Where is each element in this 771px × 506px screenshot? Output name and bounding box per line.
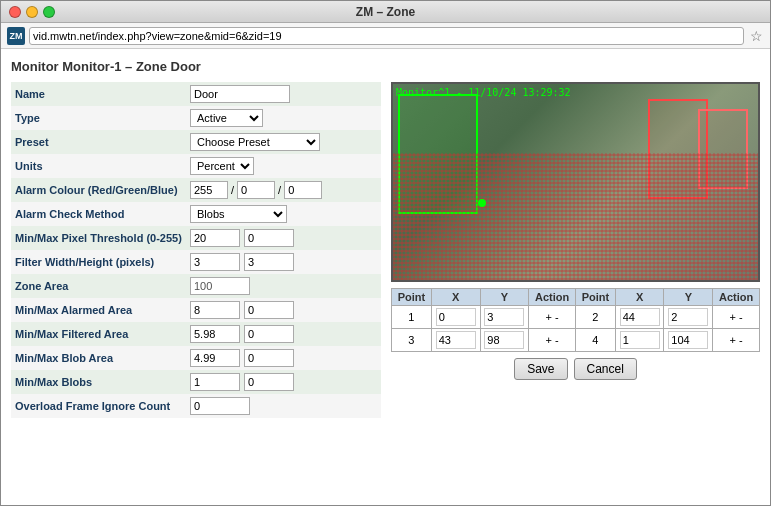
min-max-alarmed-row: Min/Max Alarmed Area (11, 298, 381, 322)
slash2: / (277, 184, 282, 196)
y4-cell (664, 329, 713, 352)
y2-cell (664, 306, 713, 329)
overload-row: Overload Frame Ignore Count (11, 394, 381, 418)
minimize-button[interactable] (26, 6, 38, 18)
units-row: Units Percent Pixels (11, 154, 381, 178)
filter-wh-row: Filter Width/Height (pixels) (11, 250, 381, 274)
app-window: ZM – Zone ZM ☆ Monitor Monitor-1 – Zone … (0, 0, 771, 506)
y2-input[interactable] (668, 308, 708, 326)
filter-wh-cell (186, 250, 381, 274)
zm-logo: ZM (7, 27, 25, 45)
save-button[interactable]: Save (514, 358, 567, 380)
min-pixel-input[interactable] (190, 229, 240, 247)
units-select[interactable]: Percent Pixels (190, 157, 254, 175)
window-controls (9, 6, 55, 18)
col-x2: X (615, 289, 664, 306)
min-max-alarmed-label: Min/Max Alarmed Area (11, 298, 186, 322)
overload-input[interactable] (190, 397, 250, 415)
colour-b-input[interactable] (284, 181, 322, 199)
maximize-button[interactable] (43, 6, 55, 18)
y3-input[interactable] (484, 331, 524, 349)
x1-cell (431, 306, 480, 329)
point1-cell: 1 (392, 306, 432, 329)
save-cancel-section: Save Cancel (391, 358, 760, 380)
min-max-pixel-cell (186, 226, 381, 250)
preset-row: Preset Choose Preset (11, 130, 381, 154)
max-blobs-input[interactable] (244, 373, 294, 391)
close-button[interactable] (9, 6, 21, 18)
min-max-pixel-row: Min/Max Pixel Threshold (0-255) (11, 226, 381, 250)
action1-cell: + - (529, 306, 576, 329)
col-action1: Action (529, 289, 576, 306)
min-blobs-input[interactable] (190, 373, 240, 391)
name-row: Name (11, 82, 381, 106)
x2-cell (615, 306, 664, 329)
type-label: Type (11, 106, 186, 130)
alarm-check-label: Alarm Check Method (11, 202, 186, 226)
add-point2[interactable]: + (729, 311, 735, 323)
x3-input[interactable] (436, 331, 476, 349)
y1-input[interactable] (484, 308, 524, 326)
cancel-button[interactable]: Cancel (574, 358, 637, 380)
add-point4[interactable]: + (729, 334, 735, 346)
type-row: Type Active Inactive Exclusive Privacy (11, 106, 381, 130)
form-section: Name Type Active Inactive Exclusive (11, 82, 381, 495)
remove-point1[interactable]: - (555, 311, 559, 323)
col-point1: Point (392, 289, 432, 306)
video-frame: Monitor^1 - 11/10/24 13:29:32 (391, 82, 760, 282)
add-point1[interactable]: + (545, 311, 551, 323)
min-max-filtered-cell (186, 322, 381, 346)
min-alarmed-input[interactable] (190, 301, 240, 319)
x2-input[interactable] (620, 308, 660, 326)
page-content: Monitor Monitor-1 – Zone Door Name Type (1, 49, 770, 505)
x1-input[interactable] (436, 308, 476, 326)
bookmark-icon[interactable]: ☆ (748, 28, 764, 44)
remove-point2[interactable]: - (739, 311, 743, 323)
pixel-inputs (190, 229, 377, 247)
x4-input[interactable] (620, 331, 660, 349)
video-background: Monitor^1 - 11/10/24 13:29:32 (393, 84, 758, 280)
name-label: Name (11, 82, 186, 106)
preset-select[interactable]: Choose Preset (190, 133, 320, 151)
alarm-check-select[interactable]: Blobs AlarmedPixels FilteredPixels (190, 205, 287, 223)
filter-inputs (190, 253, 377, 271)
remove-point3[interactable]: - (555, 334, 559, 346)
units-cell: Percent Pixels (186, 154, 381, 178)
action4-cell: + - (713, 329, 760, 352)
min-filtered-input[interactable] (190, 325, 240, 343)
name-input[interactable] (190, 85, 290, 103)
points-table-body: 1 + - 2 + (392, 306, 760, 352)
filter-w-input[interactable] (190, 253, 240, 271)
type-select[interactable]: Active Inactive Exclusive Privacy (190, 109, 263, 127)
colour-r-input[interactable] (190, 181, 228, 199)
min-blob-input[interactable] (190, 349, 240, 367)
address-input[interactable] (29, 27, 744, 45)
zone-area-input[interactable] (190, 277, 250, 295)
title-bar: ZM – Zone (1, 1, 770, 23)
min-max-alarmed-cell (186, 298, 381, 322)
max-alarmed-input[interactable] (244, 301, 294, 319)
min-max-blobs-cell (186, 370, 381, 394)
x3-cell (431, 329, 480, 352)
settings-table: Name Type Active Inactive Exclusive (11, 82, 381, 418)
colour-g-input[interactable] (237, 181, 275, 199)
preset-label: Preset (11, 130, 186, 154)
point3-cell: 3 (392, 329, 432, 352)
max-blob-input[interactable] (244, 349, 294, 367)
table-row: 3 + - 4 + (392, 329, 760, 352)
window-title: ZM – Zone (356, 5, 415, 19)
min-max-blob-row: Min/Max Blob Area (11, 346, 381, 370)
filter-h-input[interactable] (244, 253, 294, 271)
min-max-filtered-label: Min/Max Filtered Area (11, 322, 186, 346)
slash1: / (230, 184, 235, 196)
remove-point4[interactable]: - (739, 334, 743, 346)
blobs-inputs (190, 373, 377, 391)
x4-cell (615, 329, 664, 352)
zone-area-row: Zone Area (11, 274, 381, 298)
add-point3[interactable]: + (545, 334, 551, 346)
y4-input[interactable] (668, 331, 708, 349)
alarm-colour-label: Alarm Colour (Red/Green/Blue) (11, 178, 186, 202)
col-x1: X (431, 289, 480, 306)
max-filtered-input[interactable] (244, 325, 294, 343)
max-pixel-input[interactable] (244, 229, 294, 247)
